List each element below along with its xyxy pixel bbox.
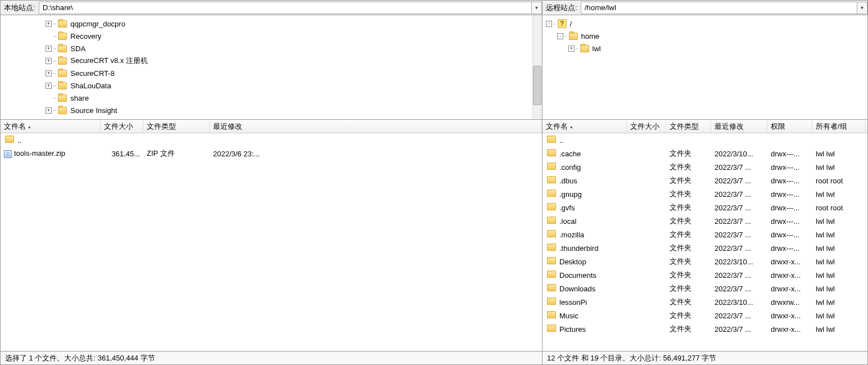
cell-perm: drwx---...: [767, 177, 812, 185]
local-file-list[interactable]: ..tools-master.zip361,45...ZIP 文件2022/3/…: [1, 133, 542, 351]
file-row[interactable]: .mozilla文件夹2022/3/7 ...drwx---...lwl lwl: [542, 228, 867, 241]
file-row[interactable]: ..: [542, 133, 867, 147]
cell-name: ..: [1, 136, 101, 145]
file-row[interactable]: Downloads文件夹2022/3/7 ...drwxr-x...lwl lw…: [542, 282, 867, 295]
local-path-input[interactable]: [39, 2, 532, 14]
file-row[interactable]: Pictures文件夹2022/3/7 ...drwxr-x...lwl lwl: [542, 322, 867, 336]
tree-item[interactable]: ···share: [1, 92, 542, 104]
col-type[interactable]: 文件类型: [666, 120, 711, 133]
folder-icon: [58, 45, 67, 52]
expand-toggle[interactable]: +: [46, 107, 52, 114]
cell-perm: drwxrw...: [767, 298, 812, 307]
col-perm[interactable]: 权限: [767, 120, 812, 133]
col-date[interactable]: 最近修改: [711, 120, 767, 133]
cell-type: 文件夹: [666, 310, 711, 321]
file-row[interactable]: .config文件夹2022/3/7 ...drwx---...lwl lwl: [542, 160, 867, 174]
cell-type: 文件夹: [666, 202, 711, 213]
file-row[interactable]: tools-master.zip361,45...ZIP 文件2022/3/6 …: [1, 147, 542, 160]
cell-date: 2022/3/10...: [711, 258, 767, 266]
folder-icon: [547, 149, 556, 156]
col-size[interactable]: 文件大小: [101, 120, 143, 133]
local-tree[interactable]: +···qqpcmgr_docpro···Recovery+···SDA+···…: [1, 15, 542, 120]
file-row[interactable]: .cache文件夹2022/3/10...drwx---...lwl lwl: [542, 147, 867, 160]
file-row[interactable]: .local文件夹2022/3/7 ...drwx---...lwl lwl: [542, 214, 867, 228]
cell-date: 2022/3/7 ...: [711, 204, 767, 212]
folder-icon: [547, 136, 556, 143]
file-row[interactable]: .gvfs文件夹2022/3/7 ...drwx---...root root: [542, 201, 867, 214]
expand-toggle[interactable]: -: [546, 21, 552, 27]
cell-name: .config: [542, 163, 627, 172]
cell-perm: drwxr-x...: [767, 258, 812, 266]
cell-name: ..: [542, 136, 627, 145]
cell-name: Music: [542, 311, 627, 320]
cell-type: 文件夹: [666, 243, 711, 253]
folder-icon: [58, 57, 67, 65]
scrollbar-thumb[interactable]: [533, 66, 541, 105]
cell-date: 2022/3/7 ...: [711, 231, 767, 239]
expand-toggle[interactable]: -: [557, 33, 563, 39]
folder-icon: [58, 70, 67, 77]
remote-status: 12 个文件 和 19 个目录。大小总计: 56,491,277 字节: [542, 351, 867, 364]
file-row[interactable]: Desktop文件夹2022/3/10...drwxr-x...lwl lwl: [542, 255, 867, 268]
tree-item[interactable]: -··?/: [542, 17, 867, 30]
folder-icon: [547, 311, 556, 318]
col-owner[interactable]: 所有者/组: [812, 120, 866, 133]
expand-toggle[interactable]: +: [46, 83, 52, 89]
file-row[interactable]: lessonPi文件夹2022/3/10...drwxrw...lwl lwl: [542, 295, 867, 309]
cell-name: Documents: [542, 271, 627, 280]
cell-owner: lwl lwl: [812, 150, 866, 158]
expand-toggle[interactable]: +: [46, 46, 52, 52]
tree-item-label: share: [70, 94, 89, 102]
col-name[interactable]: 文件名▴: [542, 120, 627, 133]
remote-tree[interactable]: -··?/-··home+··lwl: [542, 15, 867, 120]
col-name[interactable]: 文件名▴: [1, 120, 101, 133]
tree-item[interactable]: +···ShaLouData: [1, 79, 542, 92]
remote-file-list[interactable]: ...cache文件夹2022/3/10...drwx---...lwl lwl…: [542, 133, 867, 351]
question-icon: ?: [558, 19, 567, 28]
tree-item-label: SecureCRT v8.x 注册机: [70, 56, 148, 66]
tree-item[interactable]: +···SDA: [1, 42, 542, 55]
cell-date: 2022/3/7 ...: [711, 312, 767, 320]
cell-date: 2022/3/7 ...: [711, 217, 767, 226]
file-row[interactable]: Documents文件夹2022/3/7 ...drwxr-x...lwl lw…: [542, 268, 867, 282]
file-row[interactable]: Music文件夹2022/3/7 ...drwxr-x...lwl lwl: [542, 309, 867, 322]
tree-item[interactable]: -··home: [542, 30, 867, 42]
col-type[interactable]: 文件类型: [143, 120, 210, 133]
file-row[interactable]: .thunderbird文件夹2022/3/7 ...drwx---...lwl…: [542, 241, 867, 255]
expand-toggle[interactable]: +: [46, 70, 52, 76]
cell-type: 文件夹: [666, 297, 711, 307]
col-date[interactable]: 最近修改: [210, 120, 541, 133]
file-row[interactable]: .gnupg文件夹2022/3/7 ...drwx---...lwl lwl: [542, 187, 867, 201]
tree-item-label: Source Insight: [70, 106, 117, 115]
file-row[interactable]: .dbus文件夹2022/3/7 ...drwx---...root root: [542, 174, 867, 187]
tree-item[interactable]: ···Recovery: [1, 30, 542, 42]
folder-icon: [58, 20, 67, 28]
cell-owner: lwl lwl: [812, 285, 866, 293]
tree-item[interactable]: +···Source Insight: [1, 104, 542, 116]
tree-item[interactable]: +··lwl: [542, 42, 867, 55]
tree-item[interactable]: +···SecureCRT v8.x 注册机: [1, 55, 542, 67]
cell-name: .thunderbird: [542, 244, 627, 253]
folder-icon: [547, 190, 556, 197]
expand-toggle[interactable]: +: [46, 58, 52, 64]
expand-toggle[interactable]: +: [568, 46, 575, 52]
cell-type: 文件夹: [666, 162, 711, 172]
local-path-dropdown[interactable]: ▾: [532, 2, 542, 14]
cell-name: .cache: [542, 149, 627, 158]
tree-item[interactable]: +···SecureCRT-8: [1, 67, 542, 79]
cell-date: 2022/3/6 23:...: [210, 150, 541, 158]
col-size[interactable]: 文件大小: [627, 120, 666, 133]
ftp-client-window: 本地站点: ▾ +···qqpcmgr_docpro···Recovery+··…: [0, 0, 868, 365]
cell-perm: drwx---...: [767, 244, 812, 253]
remote-file-header: 文件名▴ 文件大小 文件类型 最近修改 权限 所有者/组: [542, 120, 867, 133]
chevron-down-icon: ▾: [861, 5, 864, 11]
expand-toggle[interactable]: +: [46, 21, 52, 27]
file-row[interactable]: ..: [1, 133, 542, 147]
scrollbar[interactable]: [532, 15, 542, 119]
cell-type: 文件夹: [666, 175, 711, 186]
remote-path-dropdown[interactable]: ▾: [857, 2, 867, 14]
cell-name: .dbus: [542, 176, 627, 185]
remote-path-input[interactable]: [581, 2, 857, 14]
tree-item[interactable]: +···qqpcmgr_docpro: [1, 17, 542, 30]
cell-owner: lwl lwl: [812, 190, 866, 199]
